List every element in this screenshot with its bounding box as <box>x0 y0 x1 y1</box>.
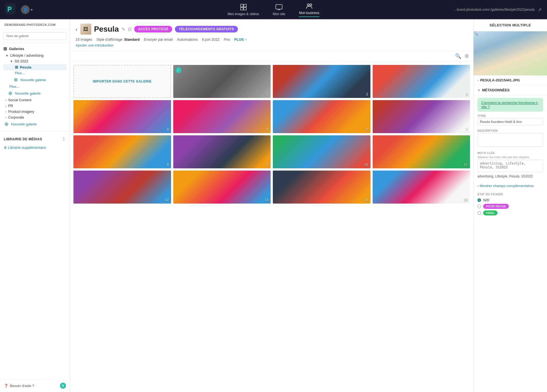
tree-new-gallery-2[interactable]: ⊕ Nouvelle galerie <box>3 89 67 97</box>
status-final[interactable]: FINAL <box>477 210 543 215</box>
more-chevron[interactable]: › <box>245 37 246 42</box>
svg-point-6 <box>307 4 309 6</box>
image-cell-4[interactable]: 4 <box>73 100 171 133</box>
expand-icon: ▼ <box>10 60 13 63</box>
settings-toolbar-icon[interactable]: ⚙ <box>464 53 469 59</box>
image-cell-8[interactable]: 8 <box>73 135 171 168</box>
image-cell-14[interactable]: 14 <box>273 171 370 204</box>
svg-rect-3 <box>240 7 243 10</box>
gallery-header: ‹ 🖼 Pesula ✎ ⊡ ACCÈS PROTÉGÉ TÉLÉCHARGEM… <box>70 19 473 51</box>
library-extra-link[interactable]: ⊕ Librairie supplémentaire <box>0 144 70 152</box>
edit-icon[interactable]: ✎ <box>122 27 125 32</box>
image-placeholder <box>73 171 171 204</box>
grid-toolbar: 🔍 ⚙ <box>70 51 473 62</box>
add-icon: ⊕ <box>14 77 18 83</box>
image-cell-9[interactable]: 9 <box>173 135 271 168</box>
nav-business[interactable]: Mon business <box>299 2 319 17</box>
chevron-right-icon: › <box>477 184 479 188</box>
style-link[interactable]: Standard <box>124 37 139 42</box>
tree-new-gallery-1[interactable]: ⊕ Nouvelle galerie <box>3 76 67 84</box>
title-input[interactable] <box>477 118 543 125</box>
image-cell-2[interactable]: 2 <box>273 65 370 98</box>
image-cell-10[interactable]: 10 <box>273 135 370 168</box>
email-link[interactable]: Envoyer par email <box>144 37 173 42</box>
help-button[interactable]: ❓ Besoin d'aide ? <box>4 384 34 388</box>
filename-toggle[interactable]: › PESULA-20215441.JPG <box>477 78 543 82</box>
nav-site[interactable]: Mon site <box>273 3 285 16</box>
help-section: ❓ Besoin d'aide ? 9 <box>0 379 70 392</box>
nav-right: …brand.photodeck.com/-/galleries/lifesty… <box>453 7 541 12</box>
display-icon[interactable]: ⊡ <box>128 27 131 32</box>
description-input[interactable] <box>477 133 543 147</box>
image-cell-1[interactable]: ✓ 1 <box>173 65 271 98</box>
user-menu[interactable]: 👤 ▾ <box>21 5 33 14</box>
metadata-toggle-section: ▼ MÉTADONNÉES <box>474 85 547 95</box>
selected-image-preview: 🔍 <box>474 31 547 75</box>
import-cell[interactable]: IMPORTER DANS CETTE GALERIE <box>73 65 171 98</box>
tree-plus-1[interactable]: Plus… <box>3 70 67 76</box>
final-badge: FINAL <box>483 210 497 215</box>
cell-number: 7 <box>466 127 468 131</box>
more-fields-link[interactable]: › Montrer champs complémentaires <box>474 182 547 190</box>
library-more-icon[interactable]: ⋮ <box>62 136 66 142</box>
keywords-input[interactable] <box>477 160 543 172</box>
search-toolbar-icon[interactable]: 🔍 <box>455 53 461 59</box>
price-link[interactable]: Prix <box>224 37 230 42</box>
tree-pr[interactable]: › PR <box>3 103 67 109</box>
grid-icon: ⊞ <box>3 46 7 51</box>
keywords-value: advertising, Lifestyle, Pesula, SS2022 <box>477 174 543 179</box>
galleries-header[interactable]: ⊞ Galleries <box>3 45 67 53</box>
metadata-toggle[interactable]: ▼ MÉTADONNÉES <box>477 88 543 92</box>
status-nd[interactable]: N/D <box>477 198 543 202</box>
image-placeholder <box>73 100 171 133</box>
image-cell-6[interactable]: 6 <box>273 100 370 133</box>
review-badge: POUR REVUE <box>483 204 509 209</box>
image-cell-13[interactable]: 13 <box>173 171 271 204</box>
filename: PESULA-20215441.JPG <box>480 78 520 82</box>
cell-number: 2 <box>366 92 368 96</box>
add-icon: ⊕ <box>4 121 9 127</box>
right-panel: SÉLECTION MULTIPLE 🔍 › PESULA-20215441.J… <box>473 19 547 392</box>
nav-images[interactable]: Mes images & vidéos <box>228 3 259 16</box>
status-nd-radio[interactable] <box>477 198 481 202</box>
cell-number: 10 <box>364 163 368 167</box>
metadata-hint-link[interactable]: Comment la recherche fonctionne-t-elle ? <box>481 101 538 109</box>
image-placeholder <box>373 135 470 168</box>
galleries-section: ⊞ Galleries ▼ Lifestyle / advertising ▼ … <box>0 43 70 129</box>
svg-point-7 <box>310 4 312 6</box>
status-review-radio[interactable] <box>477 205 481 208</box>
cell-number: 4 <box>167 127 169 131</box>
image-search-icon[interactable]: 🔍 <box>474 31 547 35</box>
gallery-meta: 15 images · Style d'affichage Standard ·… <box>76 37 468 42</box>
image-cell-3[interactable]: 3 <box>373 65 470 98</box>
expand-icon: ▼ <box>6 54 9 57</box>
back-button[interactable]: ‹ <box>76 26 78 32</box>
search-input[interactable] <box>3 32 67 40</box>
tree-product[interactable]: › Product imagery <box>3 109 67 114</box>
expand-icon: › <box>6 110 7 113</box>
image-cell-12[interactable]: 12 <box>73 171 171 204</box>
status-final-radio[interactable] <box>477 211 481 215</box>
arrow-down-icon: ▼ <box>477 89 480 92</box>
tree-new-gallery-top[interactable]: ⊕ Nouvelle galerie <box>3 120 67 128</box>
external-link-icon[interactable]: ↗ <box>538 7 541 12</box>
image-placeholder <box>173 135 271 168</box>
image-cell-7[interactable]: 7 <box>373 100 470 133</box>
tree-ss2022[interactable]: ▼ SS 2022 <box>3 58 67 64</box>
tree-pesula[interactable]: ⊞ Pesula <box>3 64 67 70</box>
tree-plus-2[interactable]: Plus… <box>3 84 67 89</box>
add-icon: ⊕ <box>8 90 12 96</box>
svg-rect-4 <box>244 7 246 10</box>
tree-corporate[interactable]: › Corporate <box>3 114 67 120</box>
image-cell-5[interactable]: 5 <box>173 100 271 133</box>
plus-link[interactable]: PLUS <box>234 37 244 42</box>
metadata-section: Comment la recherche fonctionne-t-elle ?… <box>474 95 547 182</box>
tree-social[interactable]: › Social Content <box>3 97 67 103</box>
auth-link[interactable]: Autorisations <box>177 37 198 42</box>
image-cell-15[interactable]: 15 <box>373 171 470 204</box>
image-cell-11[interactable]: 11 <box>373 135 470 168</box>
tree-lifestyle[interactable]: ▼ Lifestyle / advertising <box>3 53 67 58</box>
add-intro[interactable]: Ajouter une introduction <box>76 43 468 47</box>
status-review[interactable]: POUR REVUE <box>477 204 543 209</box>
image-placeholder <box>273 100 370 133</box>
